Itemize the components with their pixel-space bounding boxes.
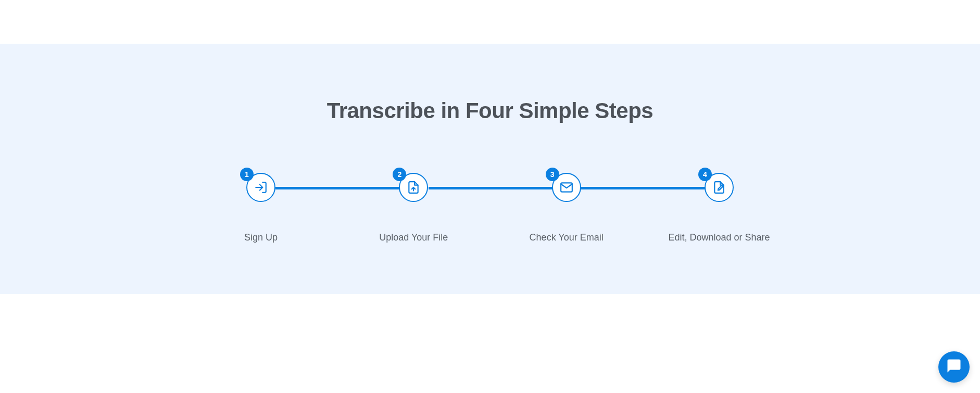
step-label: Check Your Email [530, 232, 604, 243]
step-icon-wrapper: 2 [399, 173, 428, 202]
step-edit-download-share: 4 Edit, Download or Share [662, 173, 776, 243]
steps-panel: Transcribe in Four Simple Steps 1 Sign U… [0, 44, 980, 294]
step-icon-wrapper: 1 [246, 173, 275, 202]
step-number-badge: 1 [240, 168, 254, 181]
chat-widget-button[interactable] [938, 351, 970, 383]
step-label: Sign Up [244, 232, 278, 243]
steps-container: 1 Sign Up 2 Upload Your File 3 Check You… [204, 173, 776, 243]
step-number-badge: 3 [546, 168, 559, 181]
step-upload-file: 2 Upload Your File [356, 173, 471, 243]
step-label: Edit, Download or Share [668, 232, 770, 243]
chat-icon [946, 358, 962, 376]
step-label: Upload Your File [379, 232, 448, 243]
step-icon-wrapper: 3 [552, 173, 581, 202]
step-sign-up: 1 Sign Up [204, 173, 318, 243]
step-check-email: 3 Check Your Email [509, 173, 624, 243]
step-icon-wrapper: 4 [705, 173, 734, 202]
section-title: Transcribe in Four Simple Steps [0, 98, 980, 123]
step-number-badge: 4 [698, 168, 712, 181]
